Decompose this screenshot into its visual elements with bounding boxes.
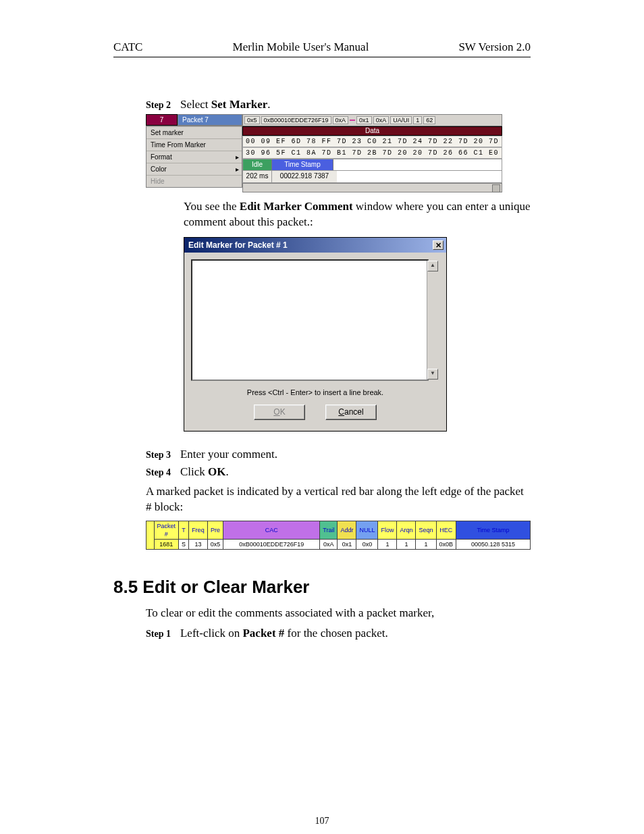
field-chip: 0xA xyxy=(333,116,349,124)
header-left: CATC xyxy=(113,41,142,54)
step-4-text: Click OK. xyxy=(180,465,229,479)
context-menu-body: Set marker Time From Marker Format▸ Colo… xyxy=(146,126,242,188)
marker-red-bar xyxy=(146,521,155,549)
col-freq: Freq xyxy=(189,521,208,539)
menu-item-format[interactable]: Format▸ xyxy=(146,151,242,163)
edit-marker-dialog: Edit Marker for Packet # 1 ✕ ▲ ▼ Press <… xyxy=(184,237,447,432)
menu-item-time-from-marker[interactable]: Time From Marker xyxy=(146,138,242,151)
col-t: T xyxy=(179,521,189,539)
step-1-text: Left-click on Packet # for the chosen pa… xyxy=(180,627,388,640)
timestamp-value: 00022.918 7387 xyxy=(272,171,337,182)
cell-addr: 0x1 xyxy=(338,539,356,549)
idle-label: Idle xyxy=(243,159,272,170)
packet-index-badge: 7 xyxy=(146,114,178,126)
timestamp-bar: Idle Time Stamp xyxy=(242,159,502,171)
cell-hec: 0x0B xyxy=(436,539,456,549)
idle-value: 202 ms xyxy=(243,171,272,182)
menu-item-set-marker[interactable]: Set marker xyxy=(146,126,242,138)
field-chip-highlight xyxy=(350,120,355,121)
header-right: SW Version 2.0 xyxy=(458,41,531,54)
hex-row-2: 30 96 5F C1 8A 7D B1 7D 2B 7D 20 20 7D 2… xyxy=(242,147,502,159)
step-4: Step 4 Click OK. xyxy=(146,465,531,479)
cell-trail: 0xA xyxy=(320,539,338,549)
cell-freq: 13 xyxy=(189,539,208,549)
context-menu-title: Packet 7 xyxy=(178,115,242,125)
paragraph-marked-packet: A marked packet is indicated by a vertic… xyxy=(146,484,531,515)
col-hec: HEC xyxy=(436,521,456,539)
timestamp-values: 202 ms 00022.918 7387 xyxy=(242,171,502,183)
field-chip: UA/UI xyxy=(390,116,412,124)
cell-pre: 0x5 xyxy=(207,539,223,549)
step-2-text: Select Set Marker. xyxy=(180,98,271,111)
step-1-label: Step 1 xyxy=(146,629,171,640)
packet-field-bar: 0x5 0xB00010EDDE726F19 0xA 0x1 0xA UA/UI… xyxy=(242,114,502,126)
packet-data-row: 1681 S 13 0x5 0xB00010EDDE726F19 0xA 0x1… xyxy=(146,539,531,549)
col-seqn: Seqn xyxy=(416,521,436,539)
step-3-text: Enter your comment. xyxy=(180,448,277,461)
context-menu[interactable]: Packet 7 xyxy=(178,114,242,126)
cell-cac: 0xB00010EDDE726F19 xyxy=(223,539,320,549)
scroll-down-icon[interactable]: ▼ xyxy=(427,369,438,380)
header-center: Merlin Mobile User's Manual xyxy=(233,41,369,54)
cell-seqn: 1 xyxy=(416,539,436,549)
hex-row-1: 00 09 EF 6D 78 FF 7D 23 C0 21 7D 24 7D 2… xyxy=(242,136,502,147)
cell-null: 0x0 xyxy=(356,539,378,549)
page-number: 107 xyxy=(113,816,531,827)
close-button[interactable]: ✕ xyxy=(433,240,444,250)
col-null: NULL xyxy=(356,521,378,539)
dialog-title: Edit Marker for Packet # 1 xyxy=(188,240,288,250)
cell-t: S xyxy=(179,539,189,549)
col-trail: Trail xyxy=(320,521,338,539)
step-2-label: Step 2 xyxy=(146,100,171,111)
submenu-arrow-icon: ▸ xyxy=(236,165,239,173)
cell-timestamp: 00050.128 5315 xyxy=(456,539,531,549)
step-3-label: Step 3 xyxy=(146,450,171,461)
screenshot-marked-packet-row: Packet # T Freq Pre CAC Trail Addr NULL … xyxy=(146,521,531,550)
ok-button[interactable]: OK xyxy=(254,405,305,420)
field-chip: 0xB00010EDDE726F19 xyxy=(261,116,331,124)
cell-arqn: 1 xyxy=(397,539,416,549)
field-chip: 0x5 xyxy=(244,116,260,124)
field-chip: 1 xyxy=(413,116,422,124)
submenu-arrow-icon: ▸ xyxy=(236,153,239,161)
col-cac: CAC xyxy=(223,521,320,539)
page-header: CATC Merlin Mobile User's Manual SW Vers… xyxy=(113,41,531,57)
vertical-scrollbar[interactable]: ▲ ▼ xyxy=(427,261,438,380)
section-8-5-step-1: Step 1 Left-click on Packet # for the ch… xyxy=(146,627,531,640)
cell-flow: 1 xyxy=(378,539,397,549)
marker-comment-textarea[interactable] xyxy=(191,259,429,381)
menu-item-hide[interactable]: Hide xyxy=(146,175,242,187)
step-3: Step 3 Enter your comment. xyxy=(146,448,531,461)
scroll-up-icon[interactable]: ▲ xyxy=(427,261,438,271)
field-chip: 0xA xyxy=(373,116,390,124)
section-8-5-intro: To clear or edit the comments associated… xyxy=(146,606,531,621)
col-arqn: Arqn xyxy=(397,521,416,539)
cancel-button[interactable]: Cancel xyxy=(325,405,377,420)
col-pre: Pre xyxy=(207,521,223,539)
col-addr: Addr xyxy=(338,521,356,539)
screenshot-context-menu: 7 Packet 7 Set marker Time From Marker F… xyxy=(146,114,497,192)
paragraph-edit-marker-intro: You see the Edit Marker Comment window w… xyxy=(184,199,531,230)
field-chip: 62 xyxy=(423,116,435,124)
horizontal-scrollbar[interactable] xyxy=(242,183,502,192)
step-2: Step 2 Select Set Marker. xyxy=(146,98,531,111)
col-timestamp: Time Stamp xyxy=(456,521,531,539)
timestamp-label: Time Stamp xyxy=(272,159,333,170)
col-flow: Flow xyxy=(378,521,397,539)
menu-item-color[interactable]: Color▸ xyxy=(146,163,242,175)
cell-packet-num: 1681 xyxy=(154,539,179,549)
data-header: Data xyxy=(242,126,502,136)
field-chip: 0x1 xyxy=(356,116,372,124)
packet-header-row: Packet # T Freq Pre CAC Trail Addr NULL … xyxy=(146,521,531,539)
dialog-titlebar[interactable]: Edit Marker for Packet # 1 ✕ xyxy=(184,238,446,253)
col-packet-num: Packet # xyxy=(154,521,179,539)
dialog-hint-text: Press <Ctrl - Enter> to insert a line br… xyxy=(191,388,439,396)
section-8-5-heading: 8.5 Edit or Clear Marker xyxy=(113,577,531,598)
step-4-label: Step 4 xyxy=(146,467,171,478)
